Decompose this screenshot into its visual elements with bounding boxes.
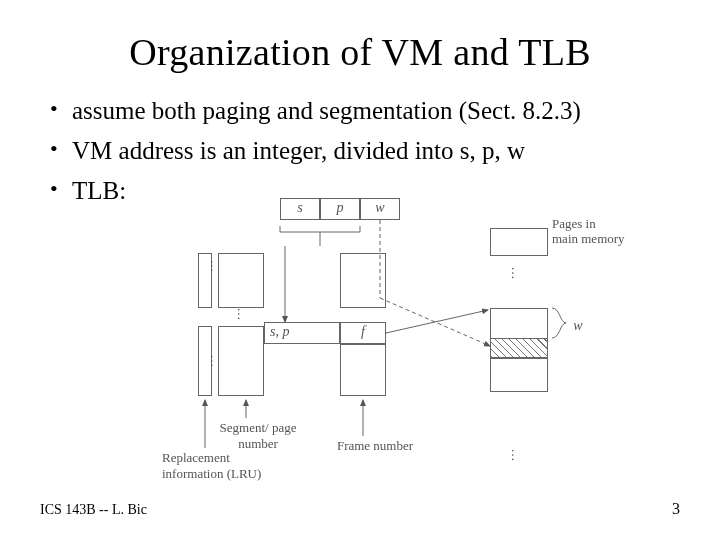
tlb-col-frame xyxy=(340,344,386,396)
footer-page-number: 3 xyxy=(672,500,680,518)
slide-title: Organization of VM and TLB xyxy=(40,30,680,74)
tlb-col-frame xyxy=(340,253,386,308)
mem-page-box xyxy=(490,228,548,256)
bullet-list: assume both paging and segmentation (Sec… xyxy=(50,94,680,207)
bullet-item: assume both paging and segmentation (Sec… xyxy=(50,94,680,128)
tlb-col-segpage xyxy=(218,253,264,308)
mem-label-1: Pages in xyxy=(552,216,652,232)
mem-offset-hatch xyxy=(490,338,548,358)
footer-author: ICS 143B -- L. Bic xyxy=(40,502,147,518)
w-label: w xyxy=(568,318,588,334)
tlb-key-value: s, p xyxy=(270,324,334,340)
vdots-icon: … xyxy=(207,351,223,371)
vdots-icon: … xyxy=(508,263,524,283)
mem-page-box xyxy=(490,358,548,392)
vdots-icon: … xyxy=(508,445,524,465)
tlb-diagram: s p w s, p f … … … … … Pages in xyxy=(180,198,660,498)
vdots-icon: … xyxy=(234,304,250,324)
slide: Organization of VM and TLB assume both p… xyxy=(0,0,720,540)
replacement-label: Replacement information (LRU) xyxy=(162,450,282,482)
segpage-label: Segment/ page number xyxy=(218,420,298,452)
tlb-frame-value: f xyxy=(340,324,386,340)
tlb-col-segpage xyxy=(218,326,264,396)
svg-line-4 xyxy=(386,310,488,333)
frame-label: Frame number xyxy=(320,438,430,454)
svg-line-3 xyxy=(380,298,490,346)
addr-field-w: w xyxy=(360,200,400,216)
mem-label-2: main memory xyxy=(552,231,662,247)
addr-field-s: s xyxy=(280,200,320,216)
bullet-item: VM address is an integer, divided into s… xyxy=(50,134,680,168)
vdots-icon: … xyxy=(207,256,223,276)
addr-field-p: p xyxy=(320,200,360,216)
